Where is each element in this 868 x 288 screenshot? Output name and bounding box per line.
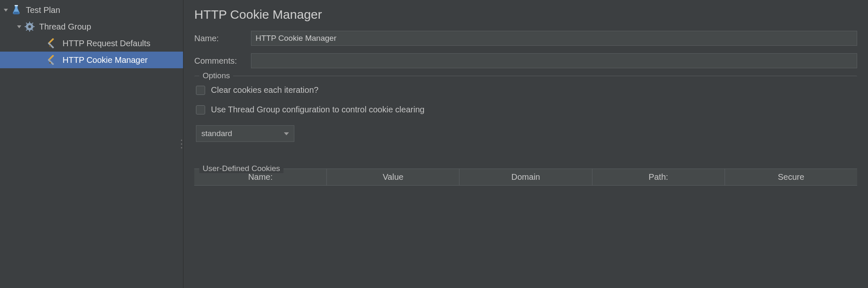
comments-label: Comments: bbox=[194, 56, 251, 66]
svg-rect-7 bbox=[25, 26, 27, 27]
svg-rect-17 bbox=[48, 59, 54, 65]
flask-icon bbox=[11, 5, 22, 15]
tree-label: Test Plan bbox=[26, 5, 60, 15]
tree-item-http-request-defaults[interactable]: HTTP Request Defaults bbox=[0, 35, 183, 52]
config-panel: HTTP Cookie Manager Name: Comments: Opti… bbox=[183, 0, 868, 288]
gear-icon bbox=[24, 21, 35, 32]
cookie-policy-select[interactable]: standard bbox=[196, 125, 294, 142]
col-secure[interactable]: Secure bbox=[725, 169, 857, 186]
app-root: Test Plan bbox=[0, 0, 868, 288]
options-legend: Options bbox=[199, 71, 233, 80]
tree-label: HTTP Request Defaults bbox=[63, 39, 151, 48]
col-path[interactable]: Path: bbox=[592, 169, 725, 186]
clear-cookies-row[interactable]: Clear cookies each iteration? bbox=[196, 85, 855, 95]
name-row: Name: bbox=[194, 31, 857, 46]
cookies-table-header: Name: Value Domain Path: Secure bbox=[194, 169, 857, 186]
options-fieldset: Options Clear cookies each iteration? Us… bbox=[194, 76, 857, 149]
tools-icon bbox=[48, 38, 58, 49]
tools-icon bbox=[48, 55, 58, 65]
svg-marker-0 bbox=[4, 9, 8, 12]
tree-label: HTTP Cookie Manager bbox=[63, 55, 148, 65]
expand-toggle-icon[interactable] bbox=[3, 7, 9, 13]
user-cookies-fieldset: User-Defined Cookies Name: Value Domain … bbox=[194, 169, 857, 190]
svg-rect-5 bbox=[29, 22, 30, 24]
page-title: HTTP Cookie Manager bbox=[194, 7, 857, 22]
svg-point-15 bbox=[49, 45, 51, 47]
svg-marker-2 bbox=[17, 25, 21, 28]
cookie-policy-value: standard bbox=[201, 129, 232, 138]
svg-rect-6 bbox=[29, 30, 30, 32]
clear-cookies-checkbox[interactable] bbox=[196, 86, 205, 95]
svg-point-4 bbox=[28, 25, 31, 28]
user-cookies-legend: User-Defined Cookies bbox=[199, 164, 283, 173]
tree-item-http-cookie-manager[interactable]: HTTP Cookie Manager bbox=[0, 52, 183, 68]
comments-input[interactable] bbox=[251, 53, 857, 68]
use-thread-group-checkbox[interactable] bbox=[196, 105, 205, 114]
svg-rect-8 bbox=[33, 26, 35, 27]
clear-cookies-label: Clear cookies each iteration? bbox=[211, 85, 319, 95]
svg-point-18 bbox=[49, 62, 51, 64]
comments-row: Comments: bbox=[194, 53, 857, 68]
name-label: Name: bbox=[194, 34, 251, 43]
chevron-down-icon bbox=[284, 132, 289, 135]
tree-label: Thread Group bbox=[39, 22, 91, 32]
svg-rect-1 bbox=[15, 5, 18, 6]
tree-item-test-plan[interactable]: Test Plan bbox=[0, 2, 183, 18]
col-domain[interactable]: Domain bbox=[459, 169, 592, 186]
use-thread-group-label: Use Thread Group configuration to contro… bbox=[211, 105, 424, 114]
name-input[interactable] bbox=[251, 31, 857, 46]
use-thread-group-row[interactable]: Use Thread Group configuration to contro… bbox=[196, 105, 855, 114]
expand-toggle-icon[interactable] bbox=[16, 23, 23, 30]
splitter-handle[interactable] bbox=[179, 140, 183, 149]
tree-item-thread-group[interactable]: Thread Group bbox=[0, 18, 183, 35]
col-value[interactable]: Value bbox=[327, 169, 459, 186]
svg-rect-14 bbox=[48, 42, 54, 48]
test-plan-tree: Test Plan bbox=[0, 0, 183, 288]
